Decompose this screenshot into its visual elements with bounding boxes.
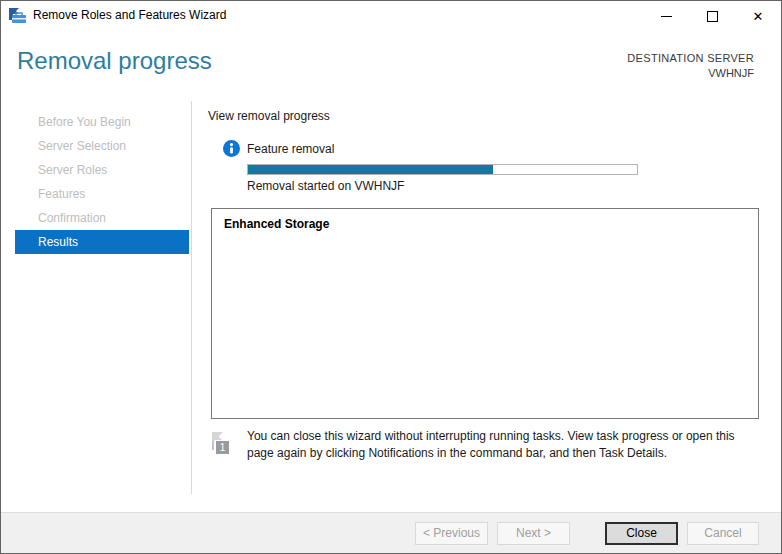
destination-server-label: DESTINATION SERVER	[627, 52, 754, 64]
minimize-icon	[661, 16, 672, 17]
info-icon	[223, 140, 240, 157]
title-bar[interactable]: Remove Roles and Features Wizard ✕	[1, 1, 781, 31]
sidebar-item-confirmation: Confirmation	[1, 206, 191, 230]
maximize-button[interactable]	[689, 1, 735, 31]
footer-note-text: You can close this wizard without interr…	[247, 428, 753, 462]
maximize-icon	[707, 11, 718, 22]
task-status: Removal started on VWHNJF	[247, 179, 404, 193]
destination-server-block: DESTINATION SERVER VWHNJF	[627, 52, 754, 79]
sidebar-item-results[interactable]: Results	[15, 230, 189, 254]
sidebar-item-server-roles: Server Roles	[1, 158, 191, 182]
section-title: View removal progress	[208, 109, 330, 123]
sidebar-item-before-you-begin: Before You Begin	[1, 110, 191, 134]
button-bar: < Previous Next > Close Cancel	[1, 512, 781, 553]
notification-flag-icon: 1	[209, 431, 233, 457]
sidebar-item-server-selection: Server Selection	[1, 134, 191, 158]
window-title: Remove Roles and Features Wizard	[33, 8, 226, 22]
results-list-box: Enhanced Storage	[211, 208, 759, 419]
previous-button: < Previous	[415, 522, 488, 545]
wizard-window: Remove Roles and Features Wizard ✕ Remov…	[0, 0, 782, 554]
close-button[interactable]: Close	[605, 522, 678, 545]
wizard-body: Before You Begin Server Selection Server…	[1, 101, 781, 512]
destination-server-name: VWHNJF	[627, 67, 754, 79]
minimize-button[interactable]	[643, 1, 689, 31]
wizard-content: View removal progress Feature removal Re…	[193, 101, 781, 512]
progress-bar-fill	[248, 165, 493, 174]
progress-bar	[247, 164, 638, 175]
close-window-button[interactable]: ✕	[735, 1, 781, 31]
task-title: Feature removal	[247, 142, 334, 156]
sidebar-item-features: Features	[1, 182, 191, 206]
wizard-steps-sidebar: Before You Begin Server Selection Server…	[1, 101, 192, 494]
next-button: Next >	[497, 522, 570, 545]
page-title: Removal progress	[17, 47, 212, 75]
server-manager-toolbox-icon	[9, 8, 26, 24]
cancel-button: Cancel	[687, 522, 759, 545]
notification-badge: 1	[215, 440, 230, 455]
close-icon: ✕	[753, 10, 764, 23]
results-list-item: Enhanced Storage	[224, 217, 746, 231]
